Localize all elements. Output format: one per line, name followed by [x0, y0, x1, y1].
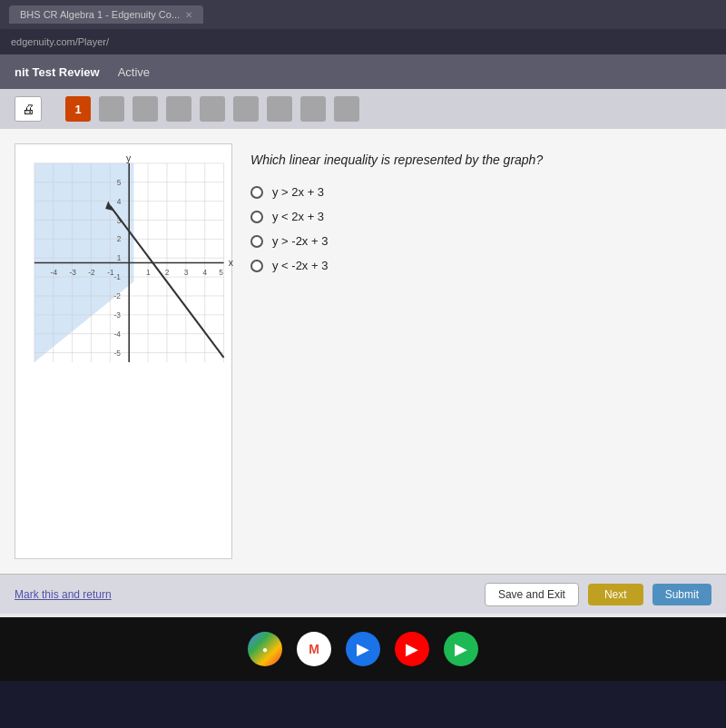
svg-text:1: 1 [146, 268, 151, 277]
question-slot-6 [233, 96, 259, 122]
nav-status: Active [118, 65, 150, 79]
app-icon-2[interactable]: ▶ [395, 632, 429, 666]
tab-label: BHS CR Algebra 1 - Edgenuity Co... [20, 9, 180, 20]
print-button[interactable]: 🖨 [15, 96, 42, 122]
option-d[interactable]: y < -2x + 3 [250, 259, 711, 272]
mark-return-link[interactable]: Mark this and return [15, 588, 112, 601]
svg-text:-4: -4 [114, 330, 122, 339]
radio-c[interactable] [250, 235, 263, 248]
browser-chrome: BHS CR Algebra 1 - Edgenuity Co... ✕ [0, 0, 726, 29]
address-text: edgenuity.com/Player/ [11, 36, 109, 47]
app-icon-1-label: ▶ [357, 639, 369, 659]
address-bar: edgenuity.com/Player/ [0, 29, 726, 54]
question-slot-7 [267, 96, 292, 122]
nav-bar: nit Test Review Active [0, 54, 726, 89]
close-tab-icon[interactable]: ✕ [185, 10, 192, 20]
submit-button[interactable]: Submit [652, 584, 711, 605]
svg-text:-5: -5 [114, 349, 122, 358]
print-icon: 🖨 [22, 102, 34, 116]
question-slot-2 [99, 96, 124, 122]
graph-container: x y -4 -3 -2 -1 1 2 3 4 5 5 4 3 2 1 -1 -… [15, 143, 232, 559]
graph-svg: x y -4 -3 -2 -1 1 2 3 4 5 5 4 3 2 1 -1 -… [15, 144, 233, 362]
svg-text:5: 5 [117, 178, 122, 187]
radio-b[interactable] [250, 211, 263, 223]
svg-text:y: y [126, 153, 132, 163]
gmail-label: M [309, 642, 319, 656]
app-icon-3[interactable]: ▶ [444, 632, 478, 666]
question-slot-3 [132, 96, 158, 122]
question-slot-5 [200, 96, 225, 122]
svg-text:4: 4 [203, 268, 208, 277]
radio-a[interactable] [250, 186, 263, 199]
app-icon-1[interactable]: ▶ [346, 632, 380, 666]
svg-text:2: 2 [165, 268, 170, 277]
svg-text:-2: -2 [114, 291, 122, 300]
question-text: Which linear inequality is represented b… [250, 152, 711, 167]
chrome-icon[interactable]: ● [248, 632, 282, 666]
option-b-label: y < 2x + 3 [272, 210, 324, 223]
taskbar: ● M ▶ ▶ ▶ [0, 617, 726, 681]
main-content: nit Test Review Active 🖨 1 [0, 54, 726, 617]
chrome-icon-label: ● [262, 644, 268, 654]
svg-text:-3: -3 [114, 310, 122, 320]
options-list: y > 2x + 3 y < 2x + 3 y > -2x + 3 y < -2… [250, 185, 711, 272]
svg-text:2: 2 [117, 234, 122, 243]
gmail-icon[interactable]: M [297, 632, 331, 666]
option-c[interactable]: y > -2x + 3 [250, 234, 711, 248]
question-right: Which linear inequality is represented b… [250, 143, 711, 559]
app-icon-2-label: ▶ [406, 639, 418, 659]
nav-title: nit Test Review [15, 65, 100, 79]
svg-text:x: x [229, 258, 233, 268]
save-exit-button[interactable]: Save and Exit [485, 583, 579, 606]
question-slot-9 [334, 96, 359, 122]
svg-text:-1: -1 [114, 272, 122, 281]
radio-d[interactable] [250, 260, 263, 272]
action-bar: Mark this and return Save and Exit Next … [0, 574, 726, 614]
svg-text:4: 4 [117, 197, 122, 206]
question-slot-8 [300, 96, 326, 122]
question-bar: 🖨 1 [0, 89, 726, 129]
svg-text:-3: -3 [69, 268, 76, 277]
svg-text:5: 5 [219, 268, 223, 277]
svg-text:1: 1 [117, 253, 122, 262]
option-a-label: y > 2x + 3 [272, 185, 324, 199]
next-button[interactable]: Next [588, 584, 643, 605]
option-a[interactable]: y > 2x + 3 [250, 185, 711, 199]
question-area: x y -4 -3 -2 -1 1 2 3 4 5 5 4 3 2 1 -1 -… [0, 129, 726, 574]
question-number-button[interactable]: 1 [65, 96, 91, 122]
option-c-label: y > -2x + 3 [272, 234, 328, 248]
option-d-label: y < -2x + 3 [272, 259, 328, 272]
browser-tab[interactable]: BHS CR Algebra 1 - Edgenuity Co... ✕ [9, 5, 203, 24]
question-slot-4 [166, 96, 191, 122]
app-icon-3-label: ▶ [455, 639, 467, 659]
svg-text:3: 3 [184, 268, 189, 277]
option-b[interactable]: y < 2x + 3 [250, 210, 711, 223]
svg-text:-4: -4 [51, 268, 58, 277]
svg-text:-2: -2 [88, 268, 95, 277]
